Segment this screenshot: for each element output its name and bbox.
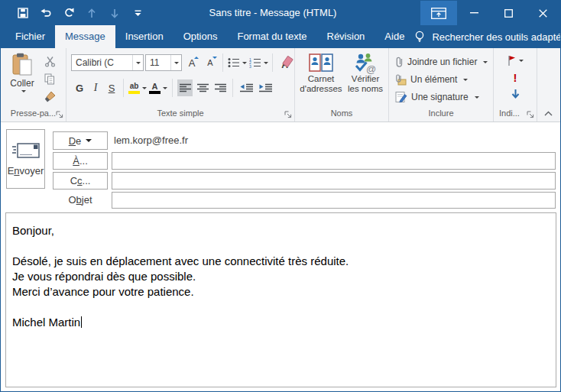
bullets-button[interactable] (227, 54, 247, 71)
address-book-icon (308, 53, 334, 74)
message-body-editor[interactable]: Bonjour, Désolé, je suis en déplacement … (5, 212, 556, 387)
outlook-message-window: Sans titre - Message (HTML) Fichier Mess… (0, 0, 561, 392)
copy-button[interactable] (42, 73, 57, 85)
text-cursor (81, 316, 82, 328)
clear-formatting-button[interactable]: A (277, 55, 292, 70)
font-color-dropdown-icon (163, 87, 167, 92)
tab-fichier[interactable]: Fichier (5, 25, 55, 48)
ribbon-display-options-button[interactable] (420, 1, 457, 25)
attach-file-dropdown-icon (483, 61, 488, 66)
to-button[interactable]: À... (53, 152, 108, 170)
titlebar: Sans titre - Message (HTML) (1, 1, 560, 25)
bold-button[interactable]: G (73, 79, 86, 96)
save-icon (18, 8, 28, 18)
maximize-button[interactable] (491, 1, 526, 25)
tags-dialog-launcher-icon[interactable] (527, 111, 534, 118)
save-button[interactable] (16, 5, 30, 21)
body-blank-line (12, 300, 550, 315)
format-painter-icon (44, 91, 56, 102)
to-input[interactable] (112, 152, 556, 170)
bullets-icon (228, 57, 240, 68)
clipboard-paste-icon (12, 53, 33, 76)
italic-button[interactable]: I (89, 79, 102, 96)
svg-text:3: 3 (249, 64, 251, 69)
ribbon-tab-row: Fichier Message Insertion Options Format… (1, 25, 560, 48)
from-dropdown-icon (86, 139, 92, 145)
attach-file-label: Joindre un fichier (407, 57, 477, 67)
attach-item-button[interactable]: Un élément (395, 70, 488, 88)
body-line-3: Merci d’avance pour votre patience. (12, 284, 550, 300)
tab-message[interactable]: Message (55, 25, 115, 48)
align-left-button[interactable] (177, 79, 193, 96)
address-book-button[interactable]: Carnet d'adresses (299, 51, 343, 94)
font-name-value: Calibri (C (76, 57, 126, 68)
align-center-icon (197, 83, 209, 92)
numbering-button[interactable]: 123 (248, 54, 268, 71)
align-center-button[interactable] (195, 79, 210, 96)
font-size-dropdown-icon (174, 62, 179, 66)
collapse-ribbon-button[interactable] (541, 108, 555, 118)
font-dialog-launcher-icon[interactable] (284, 111, 292, 118)
subject-label: Objet (53, 192, 108, 209)
up-arrow-icon (87, 8, 96, 18)
send-button[interactable]: Envoyer (6, 129, 45, 189)
cut-button[interactable] (42, 55, 57, 67)
low-importance-button[interactable] (511, 86, 520, 102)
minimize-button[interactable] (457, 1, 491, 25)
font-size-select[interactable]: 11 (145, 54, 182, 71)
font-color-button[interactable]: A (149, 79, 167, 96)
bullets-dropdown-icon (242, 62, 247, 66)
undo-icon (41, 8, 52, 18)
font-name-select[interactable]: Calibri (C (71, 54, 144, 71)
shrink-font-button[interactable]: A (202, 54, 219, 71)
check-names-icon: @ (354, 53, 377, 74)
underline-button[interactable]: S (105, 79, 118, 96)
tab-aide[interactable]: Aide (375, 25, 414, 48)
tab-options[interactable]: Options (173, 25, 228, 48)
paste-dropdown-icon (21, 90, 26, 95)
paste-button[interactable]: Coller (5, 53, 39, 106)
previous-item-button[interactable] (85, 5, 99, 21)
tab-format-du-texte[interactable]: Format du texte (227, 25, 316, 48)
group-presse-papiers: Coller Presse-pa... (1, 48, 66, 121)
increase-indent-button[interactable] (257, 79, 274, 96)
body-blank-line (12, 238, 550, 254)
next-item-button[interactable] (108, 5, 122, 21)
numbering-icon: 123 (249, 57, 261, 68)
scissors-icon (44, 56, 56, 67)
check-names-label-1: Vérifier (352, 74, 379, 84)
group-texte-simple: Calibri (C 11 A A (66, 48, 295, 121)
subject-input[interactable] (112, 192, 556, 209)
format-painter-button[interactable] (42, 90, 57, 102)
attach-file-button[interactable]: Joindre un fichier (395, 53, 488, 70)
from-address: lem.korp@free.fr (114, 131, 188, 150)
high-importance-button[interactable]: ! (514, 69, 517, 86)
ribbon-display-options-icon (431, 8, 446, 19)
shrink-font-icon: A (207, 58, 212, 67)
redo-button[interactable] (62, 5, 76, 21)
from-button[interactable]: De (53, 131, 108, 150)
decrease-indent-icon (240, 83, 253, 92)
flag-icon (507, 55, 517, 66)
undo-button[interactable] (39, 5, 53, 21)
align-right-button[interactable] (212, 79, 228, 96)
tab-revision[interactable]: Révision (317, 25, 375, 48)
tell-me-search[interactable]: Rechercher des outils adaptés (414, 25, 561, 48)
cc-button[interactable]: Cc... (53, 172, 108, 190)
highlight-button[interactable]: ab (128, 79, 147, 96)
tab-insertion[interactable]: Insertion (115, 25, 173, 48)
cc-input[interactable] (112, 172, 556, 190)
decrease-indent-button[interactable] (238, 79, 255, 96)
signature-button[interactable]: Une signature (395, 88, 488, 105)
follow-up-flag-button[interactable] (507, 52, 524, 69)
clipboard-dialog-launcher-icon[interactable] (56, 111, 63, 118)
body-line-1: Désolé, je suis en déplacement avec une … (12, 254, 550, 269)
grow-font-button[interactable]: A (183, 54, 200, 71)
check-names-button[interactable]: @ Vérifier les noms (343, 51, 388, 94)
address-book-label-2: d'adresses (300, 84, 342, 94)
close-button[interactable] (526, 1, 560, 25)
align-left-icon (180, 83, 191, 92)
font-row-1: Calibri (C 11 A A (71, 53, 292, 72)
flag-dropdown-icon (519, 60, 524, 64)
tell-me-label: Rechercher des outils adaptés (432, 31, 561, 43)
